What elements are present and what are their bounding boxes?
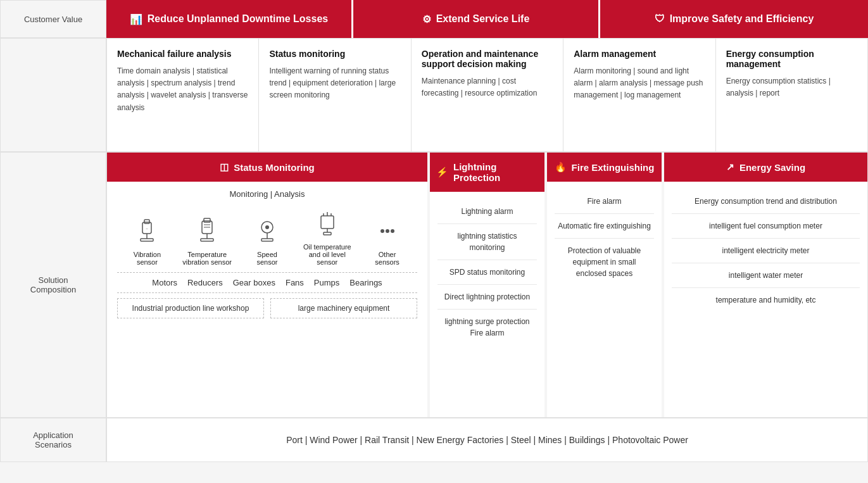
status-block: ◫ Status Monitoring Monitoring | Analysi… bbox=[107, 153, 430, 417]
header-reduce: 📊 Reduce Unplanned Downtime Losses bbox=[106, 0, 353, 38]
lightning-item-2: SPD status monitoring bbox=[437, 260, 537, 285]
application-content: Port | Wind Power | Rail Transit | New E… bbox=[106, 418, 868, 462]
svg-rect-1 bbox=[144, 220, 149, 223]
energy-inner: Energy consumption trend and distributio… bbox=[664, 182, 867, 320]
fire-item-0: Fire alarm bbox=[555, 189, 654, 214]
vibration-sensor-icon: ~ bbox=[131, 215, 163, 247]
fire-icon: 🔥 bbox=[555, 161, 567, 173]
svg-point-23 bbox=[391, 229, 394, 233]
feature-block-0: Mechanical failure analysis Time domain … bbox=[107, 39, 259, 151]
sensor-separator bbox=[117, 272, 417, 273]
reduce-icon: 📊 bbox=[130, 13, 142, 25]
equip-pumps: Pumps bbox=[314, 278, 339, 287]
sensor-4-label: Othersensors bbox=[375, 251, 399, 266]
energy-item-1: intelligent fuel consumption meter bbox=[672, 214, 860, 239]
sensor-3-label: Oil temperatureand oil level sensor bbox=[302, 243, 353, 266]
feature-desc-0: Time domain analysis | statistical analy… bbox=[117, 65, 248, 114]
feature-block-4: Energy consumption management Energy con… bbox=[716, 39, 867, 151]
header-row: Customer Value 📊 Reduce Unplanned Downti… bbox=[0, 0, 868, 38]
feature-desc-4: Energy consumption statistics | analysis… bbox=[726, 75, 857, 99]
svg-point-12 bbox=[265, 225, 269, 229]
sensors-row: ~ Vibrationsensor bbox=[117, 208, 417, 266]
feature-content: Mechanical failure analysis Time domain … bbox=[106, 38, 868, 152]
fire-inner: Fire alarm Automatic fire extinguishing … bbox=[547, 182, 662, 293]
energy-header-label: Energy Saving bbox=[739, 162, 805, 173]
sensor-1-label: Temperaturevibration sensor bbox=[182, 251, 232, 266]
solution-content: ◫ Status Monitoring Monitoring | Analysi… bbox=[106, 152, 868, 418]
energy-icon: ↗ bbox=[726, 161, 734, 173]
svg-rect-15 bbox=[321, 216, 334, 229]
lightning-item-1: lightning statistics monitoring bbox=[437, 224, 537, 260]
feature-title-4: Energy consumption management bbox=[726, 49, 857, 69]
sensor-oil: Oil temperatureand oil level sensor bbox=[302, 208, 353, 266]
feature-row: Mechanical failure analysis Time domain … bbox=[0, 38, 868, 152]
lightning-item-3: Direct lightning protection bbox=[437, 285, 537, 310]
vibration-svg: ~ bbox=[133, 217, 161, 245]
scenario-1: large machinery equipment bbox=[270, 298, 417, 318]
lightning-icon: ⚡ bbox=[436, 166, 448, 178]
feature-title-0: Mechanical failure analysis bbox=[117, 49, 248, 59]
fire-block: 🔥 Fire Extinguishing Fire alarm Automati… bbox=[547, 153, 664, 417]
energy-item-3: intelligent water meter bbox=[672, 263, 860, 288]
improve-icon: 🛡 bbox=[655, 13, 665, 25]
feature-label bbox=[0, 38, 106, 152]
customer-value-label: Customer Value bbox=[0, 0, 106, 38]
header-extend-label: Extend Service Life bbox=[436, 13, 530, 25]
equip-motors: Motors bbox=[152, 278, 177, 287]
extend-icon: ⚙ bbox=[422, 13, 431, 25]
svg-rect-8 bbox=[201, 239, 213, 241]
feature-title-3: Alarm management bbox=[574, 49, 705, 59]
sensor-speed: Speedsensor bbox=[242, 215, 292, 266]
fire-item-1: Automatic fire extinguishing bbox=[555, 214, 654, 239]
header-improve-label: Improve Safety and Efficiency bbox=[670, 13, 814, 25]
speed-sensor-icon bbox=[251, 215, 283, 247]
scenario-row: Industrial production line workshop larg… bbox=[117, 298, 417, 318]
oil-svg bbox=[313, 210, 341, 237]
scenario-0: Industrial production line workshop bbox=[117, 298, 264, 318]
application-row: ApplicationScenarios Port | Wind Power |… bbox=[0, 418, 868, 462]
status-header: ◫ Status Monitoring bbox=[107, 153, 427, 182]
lightning-block: ⚡ Lightning Protection Lightning alarm l… bbox=[430, 153, 547, 417]
application-text: Port | Wind Power | Rail Transit | New E… bbox=[286, 435, 688, 445]
temp-vib-svg bbox=[193, 217, 221, 245]
feature-block-2: Operation and maintenance support decisi… bbox=[412, 39, 563, 151]
feature-desc-1: Intelligent warning of running status tr… bbox=[269, 65, 400, 102]
status-header-label: Status Monitoring bbox=[234, 162, 315, 173]
monitor-icon: ◫ bbox=[220, 161, 229, 173]
application-label: ApplicationScenarios bbox=[0, 418, 106, 462]
sensor-2-label: Speedsensor bbox=[256, 251, 277, 266]
feature-title-2: Operation and maintenance support decisi… bbox=[422, 49, 553, 69]
monitoring-label: Monitoring | Analysis bbox=[117, 189, 417, 199]
speed-svg bbox=[253, 217, 281, 245]
svg-point-22 bbox=[386, 229, 389, 233]
sensor-other: Othersensors bbox=[362, 215, 413, 266]
energy-item-4: temperature and humidity, etc bbox=[672, 288, 860, 312]
energy-header: ↗ Energy Saving bbox=[664, 153, 867, 182]
svg-rect-3 bbox=[141, 239, 153, 241]
lightning-item-0: Lightning alarm bbox=[437, 199, 537, 224]
equip-reducers: Reducers bbox=[187, 278, 223, 287]
lightning-header: ⚡ Lightning Protection bbox=[430, 153, 544, 192]
energy-item-0: Energy consumption trend and distributio… bbox=[672, 189, 860, 214]
feature-block-1: Status monitoring Intelligent warning of… bbox=[259, 39, 411, 151]
feature-desc-3: Alarm monitoring | sound and light alarm… bbox=[574, 65, 705, 102]
feature-desc-2: Maintenance planning | cost forecasting … bbox=[422, 75, 553, 99]
energy-item-2: intelligent electricity meter bbox=[672, 239, 860, 263]
fire-header-label: Fire Extinguishing bbox=[572, 162, 655, 173]
header-improve: 🛡 Improve Safety and Efficiency bbox=[600, 0, 868, 38]
solution-label: SolutionComposition bbox=[0, 152, 106, 418]
svg-rect-6 bbox=[204, 218, 210, 222]
lightning-inner: Lightning alarm lightning statistics mon… bbox=[430, 192, 544, 353]
header-extend: ⚙ Extend Service Life bbox=[353, 0, 600, 38]
svg-rect-14 bbox=[261, 239, 273, 241]
equip-gearboxes: Gear boxes bbox=[233, 278, 275, 287]
oil-sensor-icon bbox=[311, 208, 343, 239]
feature-title-1: Status monitoring bbox=[269, 49, 400, 59]
header-reduce-label: Reduce Unplanned Downtime Losses bbox=[148, 13, 328, 25]
solution-row: SolutionComposition ◫ Status Monitoring … bbox=[0, 152, 868, 418]
feature-block-3: Alarm management Alarm monitoring | soun… bbox=[563, 39, 715, 151]
equip-row: Motors Reducers Gear boxes Fans Pumps Be… bbox=[117, 278, 417, 287]
lightning-header-label: Lightning Protection bbox=[453, 161, 538, 183]
sensor-temp-vib: Temperaturevibration sensor bbox=[182, 215, 232, 266]
equip-fans: Fans bbox=[286, 278, 304, 287]
